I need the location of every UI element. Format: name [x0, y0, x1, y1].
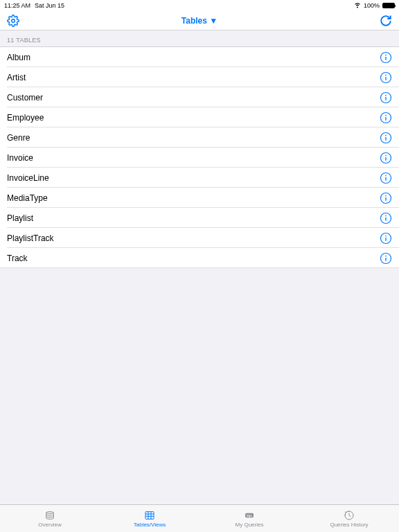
svg-point-30 — [385, 235, 387, 236]
svg-point-21 — [385, 175, 387, 176]
table-name: PlaylistTrack — [7, 233, 54, 243]
table-row[interactable]: Playlist — [0, 208, 399, 228]
svg-point-9 — [385, 94, 387, 96]
info-icon[interactable] — [380, 172, 392, 184]
info-icon[interactable] — [380, 51, 392, 64]
info-icon[interactable] — [380, 192, 392, 204]
table-name: Employee — [7, 113, 44, 123]
table-name: MediaType — [7, 193, 48, 203]
svg-text:SQL: SQL — [247, 513, 253, 517]
status-date: Sat Jun 15 — [35, 2, 64, 9]
table-name: InvoiceLine — [7, 173, 49, 183]
table-row[interactable]: InvoiceLine — [0, 168, 399, 188]
tab-label: My Queries — [236, 522, 264, 528]
table-name: Playlist — [7, 213, 33, 223]
table-row[interactable]: Customer — [0, 87, 399, 107]
info-icon[interactable] — [380, 91, 392, 104]
info-icon[interactable] — [380, 212, 392, 224]
nav-bar: Tables ▼ — [0, 11, 399, 30]
info-icon[interactable] — [380, 252, 392, 265]
tab-label: Tables/Views — [134, 522, 166, 528]
svg-point-24 — [385, 195, 387, 196]
tab-label: Overview — [38, 522, 61, 528]
info-icon[interactable] — [380, 232, 392, 245]
status-time: 11:25 AM — [4, 2, 30, 9]
table-row[interactable]: MediaType — [0, 188, 399, 208]
table-row[interactable]: Genre — [0, 127, 399, 148]
tab-bar: OverviewTables/ViewsSQLMy QueriesQueries… — [0, 504, 399, 532]
info-icon[interactable] — [380, 71, 392, 84]
empty-area — [0, 268, 399, 504]
settings-button[interactable] — [7, 15, 19, 27]
gear-icon — [7, 15, 19, 27]
table-name: Genre — [7, 133, 30, 143]
refresh-icon — [380, 15, 392, 27]
refresh-button[interactable] — [380, 15, 392, 27]
svg-point-27 — [385, 215, 387, 216]
tab-tables-views[interactable]: Tables/Views — [100, 505, 200, 532]
table-row[interactable]: Invoice — [0, 148, 399, 168]
tab-queries-history[interactable]: Queries History — [299, 505, 399, 532]
svg-point-18 — [385, 154, 387, 156]
table-name: Artist — [7, 73, 26, 82]
tab-icon: SQL — [243, 510, 256, 521]
info-icon[interactable] — [380, 132, 392, 144]
tab-overview[interactable]: Overview — [0, 505, 100, 532]
status-battery-text: 100% — [364, 2, 380, 9]
table-row[interactable]: Track — [0, 248, 399, 268]
svg-point-33 — [385, 255, 387, 256]
svg-point-15 — [385, 134, 387, 136]
svg-point-6 — [385, 74, 387, 76]
tab-icon — [44, 510, 56, 521]
section-header: 11 TABLES — [0, 30, 399, 47]
battery-icon — [382, 3, 395, 8]
tables-list: AlbumArtistCustomerEmployeeGenreInvoiceI… — [0, 47, 399, 268]
status-bar: 11:25 AM Sat Jun 15 100% — [0, 0, 399, 11]
tab-icon — [343, 510, 355, 521]
info-icon[interactable] — [380, 112, 392, 124]
svg-point-0 — [12, 19, 15, 22]
table-row[interactable]: Employee — [0, 107, 399, 127]
table-row[interactable]: PlaylistTrack — [0, 228, 399, 248]
table-row[interactable]: Artist — [0, 67, 399, 87]
wifi-icon — [354, 3, 361, 8]
table-row[interactable]: Album — [0, 47, 399, 67]
table-name: Track — [7, 254, 28, 263]
svg-rect-34 — [145, 511, 154, 519]
svg-point-12 — [385, 114, 387, 116]
tab-label: Queries History — [330, 522, 368, 528]
table-name: Invoice — [7, 153, 33, 163]
tab-my-queries[interactable]: SQLMy Queries — [200, 505, 299, 532]
table-name: Album — [7, 53, 30, 62]
tab-icon — [143, 510, 156, 521]
nav-title-button[interactable]: Tables ▼ — [181, 16, 218, 26]
svg-point-3 — [385, 54, 387, 55]
table-name: Customer — [7, 93, 43, 103]
info-icon[interactable] — [380, 152, 392, 164]
